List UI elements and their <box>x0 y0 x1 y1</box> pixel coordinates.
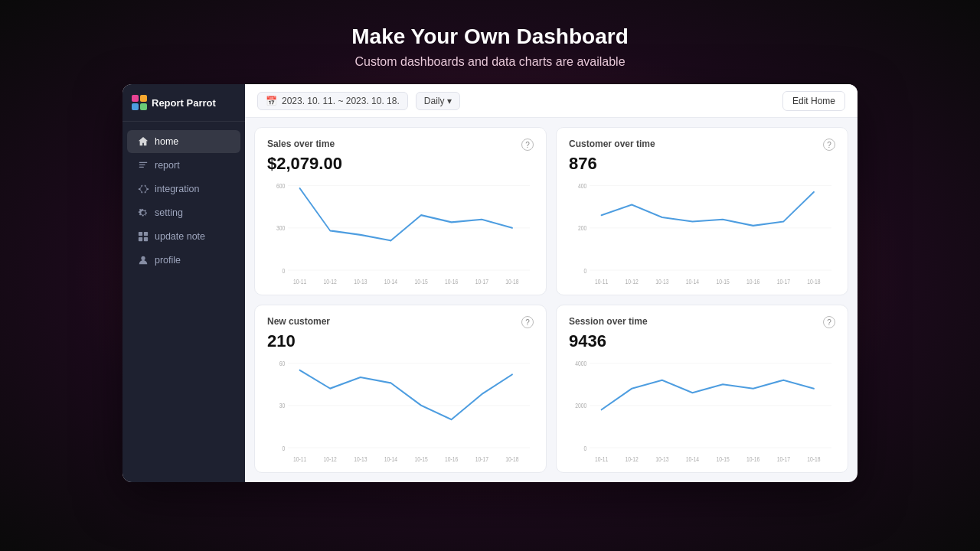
svg-rect-8 <box>144 232 148 236</box>
new-customer-chart-area: 60 30 0 10-11 10-12 10-13 10-14 10-15 10… <box>267 356 534 466</box>
svg-text:10-18: 10-18 <box>807 455 820 463</box>
svg-text:4000: 4000 <box>575 360 586 367</box>
svg-text:400: 400 <box>578 182 586 190</box>
gear-icon <box>138 207 149 218</box>
sales-help-icon[interactable]: ? <box>521 139 534 151</box>
svg-text:10-15: 10-15 <box>716 455 729 463</box>
svg-rect-1 <box>140 95 147 102</box>
session-card-header: Session over time ? <box>569 316 835 328</box>
svg-text:10-17: 10-17 <box>777 278 790 285</box>
svg-text:10-12: 10-12 <box>324 278 337 285</box>
svg-text:10-11: 10-11 <box>595 278 608 285</box>
svg-rect-9 <box>139 237 142 241</box>
calendar-icon: 📅 <box>266 96 277 106</box>
sales-chart-value: $2,079.00 <box>267 154 534 174</box>
svg-rect-2 <box>132 103 139 110</box>
date-range-picker[interactable]: 📅 2023. 10. 11. ~ 2023. 10. 18. <box>257 92 408 110</box>
svg-text:30: 30 <box>279 403 286 410</box>
session-chart-area: 4000 2000 0 10-11 10-12 10-13 10-14 10-1… <box>569 356 835 466</box>
svg-rect-0 <box>132 95 139 102</box>
svg-text:10-13: 10-13 <box>655 455 668 463</box>
sidebar-nav: home report integration <box>122 122 245 482</box>
svg-text:0: 0 <box>282 445 285 452</box>
edit-home-button[interactable]: Edit Home <box>782 91 845 111</box>
dashboard-grid: Sales over time ? $2,079.00 600 300 0 <box>245 118 858 482</box>
new-customer-card-header: New customer ? <box>267 316 534 328</box>
period-selector[interactable]: Daily ▾ <box>416 92 461 110</box>
sidebar-logo: Report Parrot <box>122 84 245 122</box>
svg-text:0: 0 <box>583 267 586 275</box>
customer-chart-title: Customer over time <box>569 139 655 149</box>
sidebar-item-home[interactable]: home <box>127 130 240 153</box>
svg-text:10-14: 10-14 <box>384 455 398 463</box>
customer-chart-card: Customer over time ? 876 400 200 0 10-11… <box>556 127 848 295</box>
svg-rect-5 <box>139 165 145 165</box>
report-icon <box>138 160 149 171</box>
customer-help-icon[interactable]: ? <box>823 139 835 151</box>
svg-text:2000: 2000 <box>575 403 586 410</box>
sidebar-item-profile[interactable]: profile <box>127 249 240 272</box>
svg-text:10-12: 10-12 <box>324 455 337 463</box>
sidebar-item-setting[interactable]: setting <box>127 201 240 224</box>
svg-text:10-12: 10-12 <box>626 455 639 463</box>
svg-text:10-13: 10-13 <box>354 278 367 285</box>
svg-text:10-11: 10-11 <box>293 455 306 463</box>
logo-icon <box>132 95 147 110</box>
sidebar-item-report[interactable]: report <box>127 154 240 177</box>
svg-text:60: 60 <box>279 360 286 367</box>
main-content: 📅 2023. 10. 11. ~ 2023. 10. 18. Daily ▾ … <box>245 84 858 482</box>
sidebar-item-update-note[interactable]: update note <box>127 225 240 248</box>
svg-text:10-16: 10-16 <box>445 455 458 463</box>
svg-text:10-11: 10-11 <box>293 278 306 285</box>
svg-rect-6 <box>139 167 144 168</box>
new-customer-line-chart: 60 30 0 10-11 10-12 10-13 10-14 10-15 10… <box>267 356 534 466</box>
svg-text:200: 200 <box>578 225 586 233</box>
customer-line-chart: 400 200 0 10-11 10-12 10-13 10-14 10-15 … <box>569 178 835 289</box>
svg-text:10-13: 10-13 <box>354 455 367 463</box>
chevron-down-icon: ▾ <box>447 96 452 106</box>
svg-text:10-15: 10-15 <box>716 278 729 285</box>
sales-chart-area: 600 300 0 10-11 10-12 10-13 10-14 10-15 … <box>267 178 534 289</box>
update-note-icon <box>138 231 149 242</box>
svg-text:10-16: 10-16 <box>445 278 458 285</box>
svg-rect-7 <box>139 232 142 236</box>
svg-rect-3 <box>140 103 147 110</box>
svg-text:0: 0 <box>282 267 285 275</box>
customer-chart-value: 876 <box>569 154 835 174</box>
topbar: 📅 2023. 10. 11. ~ 2023. 10. 18. Daily ▾ … <box>245 84 858 118</box>
svg-text:10-18: 10-18 <box>807 278 820 285</box>
svg-rect-10 <box>144 237 148 241</box>
svg-text:10-15: 10-15 <box>414 455 427 463</box>
svg-text:10-13: 10-13 <box>655 278 668 285</box>
sales-line-chart: 600 300 0 10-11 10-12 10-13 10-14 10-15 … <box>267 178 534 289</box>
svg-text:300: 300 <box>276 225 285 233</box>
session-chart-value: 9436 <box>569 331 835 351</box>
svg-text:10-14: 10-14 <box>686 455 700 463</box>
home-icon <box>138 136 149 147</box>
customer-card-header: Customer over time ? <box>569 139 835 151</box>
svg-text:10-17: 10-17 <box>475 455 488 463</box>
svg-text:10-16: 10-16 <box>746 278 760 285</box>
svg-text:10-14: 10-14 <box>384 278 398 285</box>
sidebar-logo-text: Report Parrot <box>152 97 216 109</box>
session-help-icon[interactable]: ? <box>823 316 835 328</box>
svg-text:10-17: 10-17 <box>777 455 790 463</box>
svg-text:10-18: 10-18 <box>505 455 518 463</box>
svg-text:10-12: 10-12 <box>626 278 639 285</box>
app-window: Report Parrot home report <box>122 84 858 482</box>
customer-chart-area: 400 200 0 10-11 10-12 10-13 10-14 10-15 … <box>569 178 835 289</box>
svg-text:10-18: 10-18 <box>505 278 518 285</box>
sidebar: Report Parrot home report <box>122 84 245 482</box>
sales-chart-title: Sales over time <box>267 139 335 149</box>
sidebar-item-integration[interactable]: integration <box>127 178 240 201</box>
svg-text:10-16: 10-16 <box>746 455 760 463</box>
svg-text:10-11: 10-11 <box>595 455 608 463</box>
svg-text:10-14: 10-14 <box>686 278 700 285</box>
integration-icon <box>138 184 149 194</box>
hero-title: Make Your Own Dashboard <box>351 24 628 49</box>
session-line-chart: 4000 2000 0 10-11 10-12 10-13 10-14 10-1… <box>569 356 835 466</box>
profile-icon <box>138 255 149 266</box>
svg-text:10-17: 10-17 <box>475 278 488 285</box>
svg-point-11 <box>141 256 145 260</box>
new-customer-help-icon[interactable]: ? <box>521 316 534 328</box>
